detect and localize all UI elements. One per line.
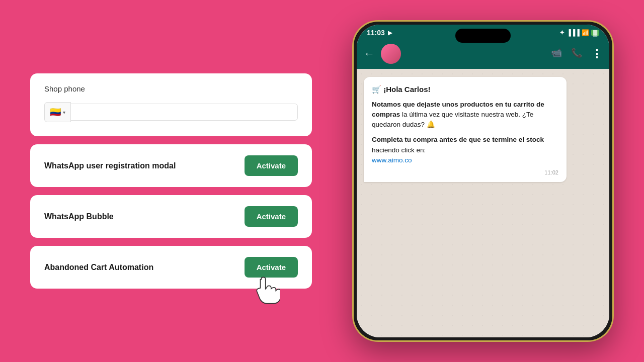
flag-dropdown-arrow: ▾ xyxy=(63,110,65,115)
cta-bold: Completa tu compra antes de que se termi… xyxy=(372,136,544,143)
back-arrow-icon[interactable]: ← xyxy=(364,47,375,60)
message-time: 11:02 xyxy=(372,168,558,177)
message-bubble: 🛒 ¡Hola Carlos! Notamos que dejaste unos… xyxy=(364,77,567,182)
card-registration: WhatsApp user registration modal Activat… xyxy=(30,144,312,187)
more-options-icon[interactable]: ⋮ xyxy=(591,47,602,60)
left-panel: Shop phone 🇨🇴 ▾ WhatsApp user registrati… xyxy=(30,73,312,289)
status-time: 11:03 xyxy=(367,29,385,37)
cta-normal: haciendo click en: xyxy=(372,146,426,154)
bubble-body: Notamos que dejaste unos productos en tu… xyxy=(372,100,558,130)
shop-phone-label: Shop phone xyxy=(44,84,85,93)
activate-bubble-button[interactable]: Activate xyxy=(245,206,298,227)
phone-number-input[interactable] xyxy=(71,104,298,121)
youtube-icon: ▶ xyxy=(388,30,392,36)
shop-phone-card: Shop phone 🇨🇴 ▾ xyxy=(30,73,312,136)
bluetooth-icon: ✦ xyxy=(559,29,565,36)
flag-emoji: 🇨🇴 xyxy=(50,107,61,118)
card-bubble-label: WhatsApp Bubble xyxy=(44,212,114,221)
status-bar-right: ✦ ▐▐▐ 📶 ▓ xyxy=(559,29,599,36)
hand-cursor-icon xyxy=(250,275,280,305)
bubble-greeting: 🛒 ¡Hola Carlos! xyxy=(372,84,558,96)
cursor-container: Activate xyxy=(245,257,298,278)
bubble-cta: Completa tu compra antes de que se termi… xyxy=(372,135,558,155)
dynamic-island xyxy=(455,29,511,43)
card-abandoned: Abandoned Cart Automation Activate xyxy=(30,246,312,289)
card-bubble: WhatsApp Bubble Activate xyxy=(30,195,312,238)
phone-input-row: 🇨🇴 ▾ xyxy=(44,102,298,122)
contact-avatar xyxy=(381,44,401,64)
wifi-icon: 📶 xyxy=(582,29,589,36)
cart-emoji: 🛒 xyxy=(372,85,381,94)
card-abandoned-label: Abandoned Cart Automation xyxy=(44,263,153,272)
card-registration-label: WhatsApp user registration modal xyxy=(44,161,176,170)
bubble-link-line: www.aimo.co xyxy=(372,155,558,165)
phone-mockup: 11:03 ▶ ✦ ▐▐▐ 📶 ▓ ← 📹 📞 ⋮ xyxy=(352,20,614,342)
status-bar-left: 11:03 ▶ xyxy=(367,29,392,37)
battery-icon: ▓ xyxy=(591,30,599,36)
header-actions: 📹 📞 ⋮ xyxy=(551,47,602,60)
chat-area: 🛒 ¡Hola Carlos! Notamos que dejaste unos… xyxy=(357,69,609,337)
whatsapp-header: ← 📹 📞 ⋮ xyxy=(357,39,609,69)
activate-abandoned-button[interactable]: Activate xyxy=(245,257,298,278)
country-flag-select[interactable]: 🇨🇴 ▾ xyxy=(44,102,71,122)
activate-registration-button[interactable]: Activate xyxy=(245,155,298,176)
video-call-icon[interactable]: 📹 xyxy=(551,47,562,60)
cta-link[interactable]: www.aimo.co xyxy=(372,156,412,164)
phone-screen: 11:03 ▶ ✦ ▐▐▐ 📶 ▓ ← 📹 📞 ⋮ xyxy=(357,25,609,337)
signal-icon: ▐▐▐ xyxy=(567,29,580,36)
greeting-text: ¡Hola Carlos! xyxy=(383,85,430,94)
phone-call-icon[interactable]: 📞 xyxy=(571,47,582,60)
